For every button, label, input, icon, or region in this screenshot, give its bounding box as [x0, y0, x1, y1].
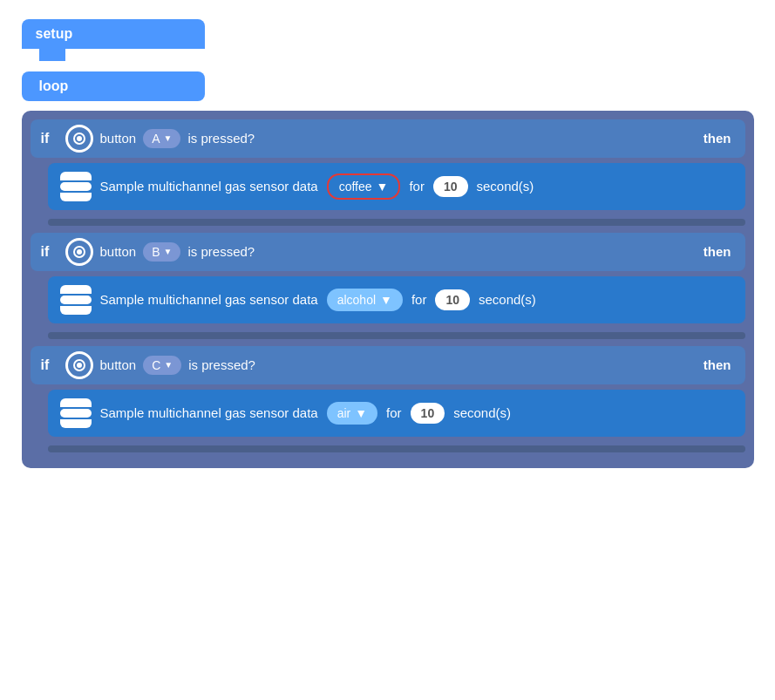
if-row-2: if button B ▼ is pressed? then — [31, 233, 745, 271]
dropdown-alcohol[interactable]: alcohol ▼ — [327, 289, 403, 311]
button-option-value-3: C — [152, 358, 160, 372]
seconds-label-1: second(s) — [477, 179, 534, 194]
db-icon-1 — [60, 172, 92, 201]
for-label-3: for — [386, 405, 402, 420]
radio-inner-3 — [73, 359, 85, 371]
db-layer-mid-3 — [60, 409, 92, 418]
dropdown-coffee[interactable]: coffee ▼ — [327, 173, 401, 200]
radio-icon-1 — [65, 125, 93, 153]
db-layer-bot-1 — [60, 193, 92, 201]
setup-label: setup — [36, 26, 73, 42]
seconds-label-2: second(s) — [479, 292, 536, 307]
db-layer-bot-3 — [60, 419, 92, 428]
db-layer-top-3 — [60, 398, 92, 407]
db-layer-top-2 — [60, 285, 92, 294]
button-option-arrow-3: ▼ — [164, 360, 173, 370]
button-option-2[interactable]: B ▼ — [143, 242, 180, 262]
is-pressed-3: is pressed? — [188, 357, 255, 372]
button-option-1[interactable]: A ▼ — [143, 129, 180, 148]
sample-text-2: Sample multichannel gas sensor data — [100, 292, 318, 307]
button-option-value-2: B — [152, 245, 160, 259]
button-text-1: button — [100, 131, 137, 146]
for-label-1: for — [409, 179, 425, 194]
button-option-3[interactable]: C ▼ — [143, 356, 181, 375]
if-label-2: if — [41, 244, 58, 260]
setup-block: setup — [22, 19, 205, 49]
is-pressed-2: is pressed? — [187, 244, 255, 259]
sample-row-3: Sample multichannel gas sensor data air … — [48, 390, 745, 437]
seconds-value-2: 10 — [435, 289, 470, 310]
button-text-2: button — [100, 244, 137, 259]
radio-dot-2 — [77, 249, 82, 255]
dropdown-alcohol-arrow: ▼ — [380, 293, 392, 307]
db-layer-bot-2 — [60, 306, 92, 315]
sample-text-1: Sample multichannel gas sensor data — [100, 179, 318, 194]
loop-label: loop — [39, 78, 69, 93]
button-option-arrow-1: ▼ — [164, 133, 173, 143]
scratch-container: setup loop if button A ▼ is pressed? the… — [13, 10, 763, 690]
dropdown-alcohol-value: alcohol — [337, 293, 376, 307]
loop-block: loop — [22, 71, 205, 101]
radio-dot-3 — [77, 363, 82, 368]
button-option-value-1: A — [152, 132, 160, 146]
if-row-3: if button C ▼ is pressed? then — [31, 346, 745, 384]
then-label-2: then — [704, 244, 735, 259]
if-row-1: if button A ▼ is pressed? then — [31, 119, 745, 158]
radio-icon-2 — [65, 238, 93, 266]
db-layer-mid-2 — [60, 296, 92, 304]
then-label-3: then — [704, 357, 735, 372]
db-layer-top-1 — [60, 172, 92, 180]
sample-row-1: Sample multichannel gas sensor data coff… — [48, 163, 745, 210]
is-pressed-1: is pressed? — [187, 131, 255, 146]
dropdown-air-value: air — [337, 406, 351, 420]
radio-inner-1 — [73, 133, 85, 145]
dropdown-coffee-arrow: ▼ — [377, 180, 389, 194]
sample-row-2: Sample multichannel gas sensor data alco… — [48, 276, 745, 323]
db-icon-3 — [60, 398, 92, 428]
if-label-3: if — [41, 357, 58, 373]
radio-icon-3 — [65, 351, 93, 379]
spacer-3 — [48, 445, 745, 452]
sample-text-3: Sample multichannel gas sensor data — [100, 405, 318, 420]
radio-inner-2 — [73, 246, 85, 258]
seconds-value-3: 10 — [411, 403, 445, 424]
for-label-2: for — [411, 292, 427, 307]
db-layer-mid-1 — [60, 182, 92, 191]
seconds-label-3: second(s) — [453, 405, 511, 420]
spacer-1 — [48, 219, 745, 226]
main-area: if button A ▼ is pressed? then Sample mu… — [22, 111, 754, 468]
db-icon-2 — [60, 285, 92, 315]
dropdown-air[interactable]: air ▼ — [327, 402, 377, 425]
radio-dot-1 — [77, 136, 82, 141]
dropdown-air-arrow: ▼ — [355, 406, 367, 420]
dropdown-coffee-value: coffee — [339, 180, 372, 194]
seconds-value-1: 10 — [433, 176, 468, 197]
then-label-1: then — [704, 131, 735, 146]
button-text-3: button — [100, 357, 137, 372]
spacer-2 — [48, 332, 745, 339]
if-label-1: if — [41, 131, 58, 146]
button-option-arrow-2: ▼ — [164, 247, 173, 256]
